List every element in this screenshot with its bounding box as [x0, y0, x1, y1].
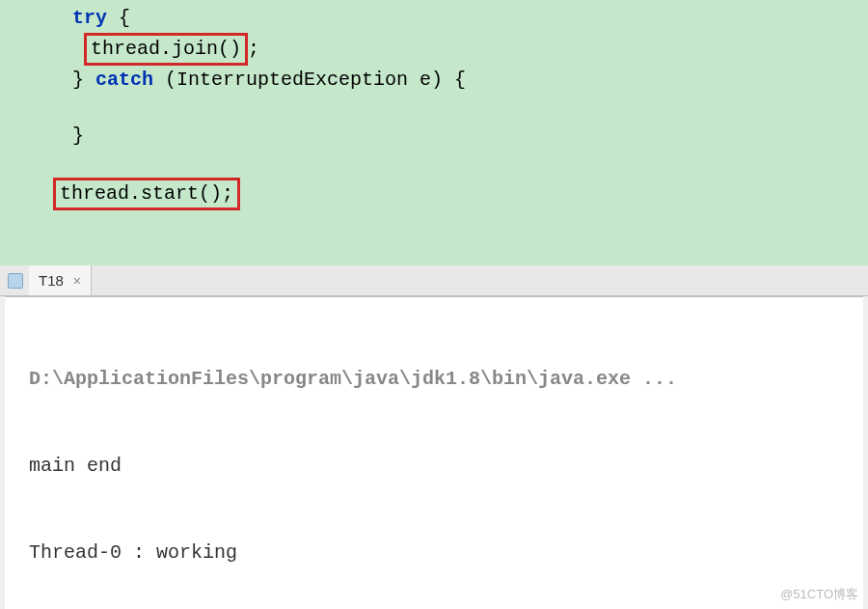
console-output-panel[interactable]: D:\ApplicationFiles\program\java\jdk1.8\…: [5, 296, 863, 609]
console-output-line: Thread-0 : working: [29, 539, 839, 567]
console-command-line: D:\ApplicationFiles\program\java\jdk1.8\…: [29, 365, 839, 394]
keyword-try: try: [72, 7, 107, 29]
code-line: }: [0, 122, 868, 151]
blank-line: [0, 151, 868, 178]
run-config-icon: [8, 273, 23, 289]
code-line: } catch (InterruptedException e) {: [0, 66, 868, 95]
tab-label: T18: [39, 272, 64, 289]
console-output-line: main end: [29, 452, 839, 481]
code-line: try {: [0, 4, 868, 33]
code-line: thread.join();: [0, 33, 868, 66]
run-tab-bar: T18 ×: [0, 265, 868, 296]
keyword-catch: catch: [95, 69, 153, 91]
close-icon[interactable]: ×: [73, 273, 81, 289]
run-tab[interactable]: T18 ×: [29, 265, 92, 295]
watermark-text: @51CTO博客: [780, 586, 858, 603]
blank-line: [0, 95, 868, 122]
code-line: thread.start();: [0, 178, 868, 210]
highlight-box-start: thread.start();: [53, 178, 240, 210]
code-editor-panel: try { thread.join(); } catch (Interrupte…: [0, 0, 868, 265]
highlight-box-join: thread.join(): [84, 33, 248, 66]
